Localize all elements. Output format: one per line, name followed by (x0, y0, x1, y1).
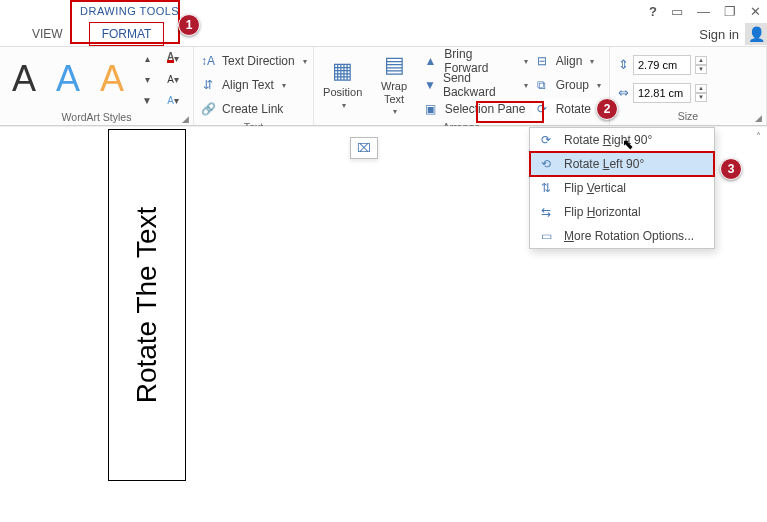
send-backward-button[interactable]: ▼Send Backward▾ (421, 75, 530, 95)
layout-options-icon: ⌧ (357, 141, 371, 155)
width-down-icon[interactable]: ▼ (695, 93, 707, 102)
group-icon: ⧉ (534, 77, 550, 93)
user-avatar-icon[interactable]: 👤 (745, 23, 767, 45)
menu-flip-vertical[interactable]: ⇅ Flip Vertical (530, 176, 714, 200)
height-icon: ⇕ (618, 57, 629, 72)
flip-horizontal-icon: ⇆ (538, 205, 554, 219)
annotation-step-3: 3 (720, 158, 742, 180)
group-label-wordart: WordArt Styles (62, 111, 132, 123)
restore-icon[interactable]: ❐ (724, 4, 736, 19)
flip-vertical-icon: ⇅ (538, 181, 554, 195)
align-icon: ⊟ (534, 53, 550, 69)
bring-forward-button[interactable]: ▲Bring Forward▾ (421, 51, 530, 71)
text-direction-icon: ↕A (200, 53, 216, 69)
text-effects-button[interactable]: A▾ (164, 91, 182, 109)
rotate-icon: ⟳ (534, 101, 550, 117)
text-outline-button[interactable]: A▾ (164, 70, 182, 88)
menu-flip-horizontal[interactable]: ⇆ Flip Horizontal (530, 200, 714, 224)
rotate-button[interactable]: ⟳Rotate▾ (532, 99, 605, 119)
size-dialog-launcher-icon[interactable]: ◢ (755, 113, 762, 123)
group-label-size: Size (678, 110, 698, 122)
menu-rotate-left[interactable]: ⟲ Rotate Left 90° ⬉ (530, 152, 714, 176)
layout-options-button[interactable]: ⌧ (350, 137, 378, 159)
link-icon: 🔗 (200, 101, 216, 117)
rotate-right-icon: ⟳ (538, 133, 554, 147)
document-text-box[interactable]: Rotate The Text (108, 129, 186, 481)
sign-in-link[interactable]: Sign in (699, 27, 745, 42)
shape-height-input[interactable] (633, 55, 691, 75)
wordart-gallery-up-icon[interactable]: ▴ (138, 49, 156, 67)
text-direction-button[interactable]: ↕AText Direction▾ (198, 51, 309, 71)
width-icon: ⇔ (618, 85, 629, 100)
tab-format[interactable]: FORMAT (89, 22, 165, 46)
menu-rotate-right[interactable]: ⟳ Rotate Right 90° (530, 128, 714, 152)
minimize-icon[interactable]: — (697, 4, 710, 19)
position-button[interactable]: ▦ Position▾ (318, 56, 367, 111)
wordart-gallery-more-icon[interactable]: ▼ (138, 91, 156, 109)
height-up-icon[interactable]: ▲ (695, 56, 707, 65)
rotate-left-icon: ⟲ (538, 157, 554, 171)
position-icon: ▦ (332, 58, 353, 84)
wordart-style-3[interactable]: A (92, 61, 132, 97)
contextual-tab-label: DRAWING TOOLS (72, 3, 187, 19)
selection-pane-icon: ▣ (423, 101, 439, 117)
ribbon-display-options-icon[interactable]: ▭ (671, 4, 683, 19)
wrap-text-icon: ▤ (384, 52, 405, 78)
tab-view[interactable]: VIEW (22, 25, 73, 43)
create-link-button[interactable]: 🔗Create Link (198, 99, 309, 119)
wordart-gallery-down-icon[interactable]: ▾ (138, 70, 156, 88)
annotation-step-1: 1 (178, 14, 200, 36)
annotation-step-2: 2 (596, 98, 618, 120)
width-up-icon[interactable]: ▲ (695, 84, 707, 93)
align-objects-button[interactable]: ⊟Align▾ (532, 51, 605, 71)
align-text-button[interactable]: ⇵Align Text▾ (198, 75, 309, 95)
bring-forward-icon: ▲ (423, 53, 439, 69)
wordart-dialog-launcher-icon[interactable]: ◢ (182, 114, 189, 124)
help-icon[interactable]: ? (649, 4, 657, 19)
selection-pane-button[interactable]: ▣Selection Pane (421, 99, 530, 119)
send-backward-icon: ▼ (423, 77, 437, 93)
rotate-dropdown-menu: ⟳ Rotate Right 90° ⟲ Rotate Left 90° ⬉ ⇅… (529, 127, 715, 249)
menu-more-rotation[interactable]: ▭ More Rotation Options... (530, 224, 714, 248)
wordart-style-2[interactable]: A (48, 61, 88, 97)
text-box-content: Rotate The Text (131, 207, 163, 404)
more-rotation-icon: ▭ (538, 229, 554, 243)
wordart-style-1[interactable]: A (4, 61, 44, 97)
text-fill-button[interactable]: A▾ (164, 49, 182, 67)
shape-width-input[interactable] (633, 83, 691, 103)
wrap-text-button[interactable]: ▤ Wrap Text▾ (369, 50, 418, 117)
align-text-icon: ⇵ (200, 77, 216, 93)
height-down-icon[interactable]: ▼ (695, 65, 707, 74)
group-objects-button[interactable]: ⧉Group▾ (532, 75, 605, 95)
close-icon[interactable]: ✕ (750, 4, 761, 19)
collapse-ribbon-icon[interactable]: ˄ (756, 131, 761, 142)
